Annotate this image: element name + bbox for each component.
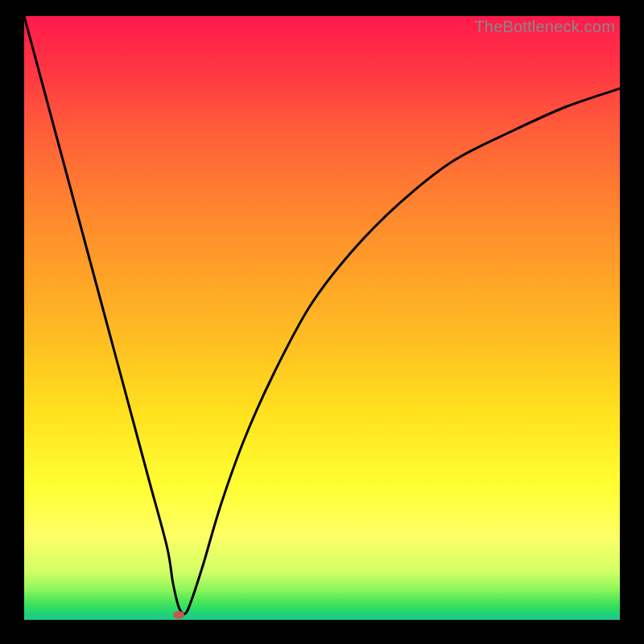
curve-path xyxy=(24,16,620,614)
plot-area: TheBottleneck.com xyxy=(24,16,620,620)
bottleneck-curve xyxy=(24,16,620,620)
chart-stage: TheBottleneck.com xyxy=(0,0,644,644)
minimum-marker xyxy=(173,611,184,619)
